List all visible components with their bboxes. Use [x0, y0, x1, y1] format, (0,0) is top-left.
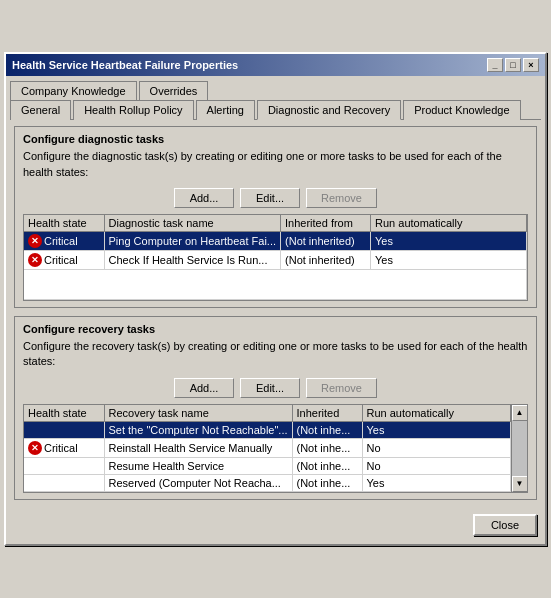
tab-overrides[interactable]: Overrides [139, 81, 209, 100]
recovery-section-title: Configure recovery tasks [23, 323, 528, 335]
diag-col-task-name: Diagnostic task name [104, 215, 281, 232]
rec-row3-run-auto: No [362, 457, 510, 474]
title-bar-buttons: _ □ × [487, 58, 539, 72]
diagnostic-add-button[interactable]: Add... [174, 188, 234, 208]
table-row-empty [24, 270, 527, 300]
rec-row3-inherited: (Not inhe... [292, 457, 362, 474]
window-title: Health Service Heartbeat Failure Propert… [12, 59, 238, 71]
footer: Close [6, 510, 545, 544]
error-icon: ✕ [28, 253, 42, 267]
diag-row2-health-cell: ✕ Critical [28, 253, 100, 267]
rec-row3-health-state [24, 457, 104, 474]
recovery-table-wrapper: Health state Recovery task name Inherite… [23, 404, 528, 493]
diagnostic-table-wrapper: Health state Diagnostic task name Inheri… [23, 214, 528, 301]
recovery-edit-button[interactable]: Edit... [240, 378, 300, 398]
table-row[interactable]: ✕ Critical Reinstall Health Service Manu… [24, 438, 511, 457]
main-window: Health Service Heartbeat Failure Propert… [4, 52, 547, 546]
rec-row2-health-cell: ✕ Critical [28, 441, 100, 455]
diagnostic-remove-button[interactable]: Remove [306, 188, 377, 208]
tab-health-rollup[interactable]: Health Rollup Policy [73, 100, 193, 120]
close-window-button[interactable]: × [523, 58, 539, 72]
title-bar: Health Service Heartbeat Failure Propert… [6, 54, 545, 76]
diagnostic-edit-button[interactable]: Edit... [240, 188, 300, 208]
maximize-button[interactable]: □ [505, 58, 521, 72]
error-icon: ✕ [28, 441, 42, 455]
diag-row1-inherited: (Not inherited) [281, 232, 371, 251]
table-row[interactable]: Set the "Computer Not Reachable"... (Not… [24, 421, 511, 438]
rec-row4-task-name: Reserved (Computer Not Reacha... [104, 474, 292, 491]
tab-row-1: Company Knowledge Overrides [6, 76, 545, 99]
rec-row4-health-state [24, 474, 104, 491]
tab-product-knowledge[interactable]: Product Knowledge [403, 100, 520, 120]
diagnostic-section-desc: Configure the diagnostic task(s) by crea… [23, 149, 528, 180]
rec-col-inherited: Inherited [292, 405, 362, 422]
rec-row1-inherited: (Not inhe... [292, 421, 362, 438]
diagnostic-section-title: Configure diagnostic tasks [23, 133, 528, 145]
diag-row2-health-state: ✕ Critical [24, 251, 104, 270]
rec-row2-run-auto: No [362, 438, 510, 457]
rec-row1-task-name: Set the "Computer Not Reachable"... [104, 421, 292, 438]
error-icon: ✕ [28, 234, 42, 248]
rec-col-run-auto: Run automatically [362, 405, 510, 422]
diag-row2-run-auto: Yes [371, 251, 527, 270]
diag-col-health-state: Health state [24, 215, 104, 232]
tab-general[interactable]: General [10, 100, 71, 120]
tab-company-knowledge[interactable]: Company Knowledge [10, 81, 137, 100]
close-button[interactable]: Close [473, 514, 537, 536]
diag-row2-task-name: Check If Health Service Is Run... [104, 251, 281, 270]
rec-row1-health-state [24, 421, 104, 438]
diagnostic-section: Configure diagnostic tasks Configure the… [14, 126, 537, 308]
content-area: Configure diagnostic tasks Configure the… [6, 120, 545, 510]
diag-row1-run-auto: Yes [371, 232, 527, 251]
recovery-table: Health state Recovery task name Inherite… [24, 405, 511, 492]
diag-col-inherited: Inherited from [281, 215, 371, 232]
recovery-scrollbar[interactable]: ▲ ▼ [511, 405, 527, 492]
recovery-section: Configure recovery tasks Configure the r… [14, 316, 537, 500]
diag-col-run-auto: Run automatically [371, 215, 527, 232]
diag-row1-health-cell: ✕ Critical [28, 234, 100, 248]
scrollbar-track [512, 421, 528, 476]
table-row[interactable]: Resume Health Service (Not inhe... No [24, 457, 511, 474]
tab-row-1-items: Company Knowledge Overrides [10, 80, 541, 99]
table-row[interactable]: Reserved (Computer Not Reacha... (Not in… [24, 474, 511, 491]
minimize-button[interactable]: _ [487, 58, 503, 72]
diag-row1-health-state: ✕ Critical [24, 232, 104, 251]
diag-row1-task-name: Ping Computer on Heartbeat Fai... [104, 232, 281, 251]
recovery-btn-row: Add... Edit... Remove [23, 378, 528, 398]
tab-diagnostic-recovery[interactable]: Diagnostic and Recovery [257, 100, 401, 120]
table-row[interactable]: ✕ Critical Ping Computer on Heartbeat Fa… [24, 232, 527, 251]
scrollbar-down-button[interactable]: ▼ [512, 476, 528, 492]
tab-row-2-items: General Health Rollup Policy Alerting Di… [10, 99, 541, 120]
recovery-remove-button[interactable]: Remove [306, 378, 377, 398]
diagnostic-table: Health state Diagnostic task name Inheri… [24, 215, 527, 300]
rec-row1-run-auto: Yes [362, 421, 510, 438]
rec-row2-health-state: ✕ Critical [24, 438, 104, 457]
rec-col-health-state: Health state [24, 405, 104, 422]
recovery-add-button[interactable]: Add... [174, 378, 234, 398]
rec-row2-task-name: Reinstall Health Service Manually [104, 438, 292, 457]
diag-row2-inherited: (Not inherited) [281, 251, 371, 270]
rec-row4-inherited: (Not inhe... [292, 474, 362, 491]
rec-row4-run-auto: Yes [362, 474, 510, 491]
scrollbar-up-button[interactable]: ▲ [512, 405, 528, 421]
tab-alerting[interactable]: Alerting [196, 100, 255, 120]
rec-row2-inherited: (Not inhe... [292, 438, 362, 457]
rec-row3-task-name: Resume Health Service [104, 457, 292, 474]
tab-row-2-wrapper: General Health Rollup Policy Alerting Di… [6, 99, 545, 120]
recovery-section-desc: Configure the recovery task(s) by creati… [23, 339, 528, 370]
table-row[interactable]: ✕ Critical Check If Health Service Is Ru… [24, 251, 527, 270]
diagnostic-btn-row: Add... Edit... Remove [23, 188, 528, 208]
rec-col-task-name: Recovery task name [104, 405, 292, 422]
